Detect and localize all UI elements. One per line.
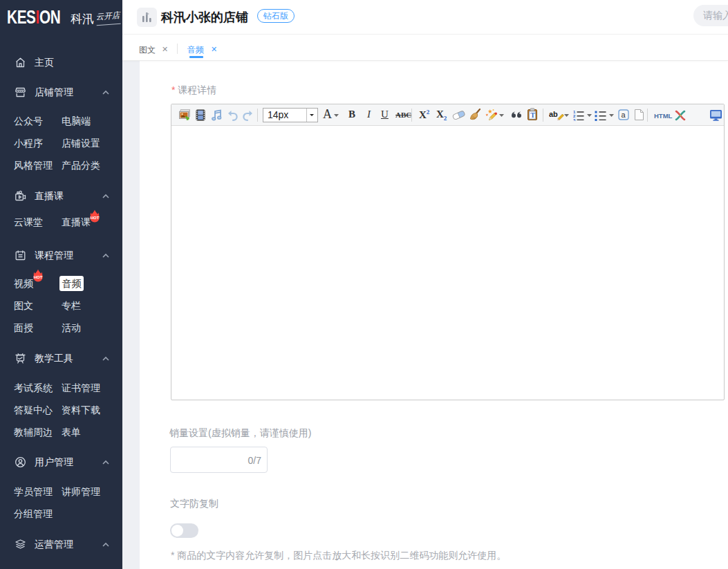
svg-text:HOT: HOT <box>34 275 43 279</box>
svg-text:a: a <box>622 111 626 119</box>
svg-text:HOT: HOT <box>91 216 100 220</box>
svg-text:T: T <box>530 111 535 119</box>
svg-text:3: 3 <box>573 118 576 122</box>
svg-text:ab: ab <box>549 110 558 118</box>
